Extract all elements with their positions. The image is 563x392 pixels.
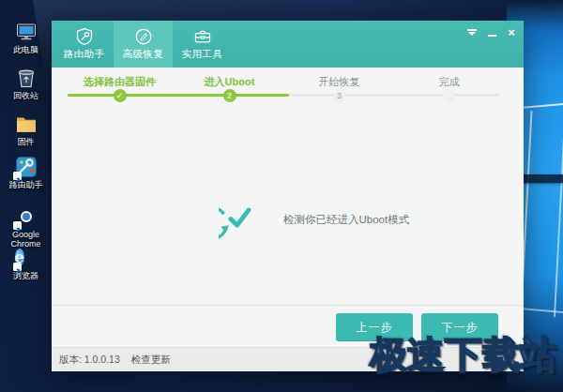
- step-label: 完成: [394, 75, 504, 88]
- desktop-icon-label: 回收站: [3, 91, 50, 100]
- step-number-dot: 2: [223, 89, 236, 102]
- desktop-icon-google-chrome[interactable]: Google Chrome: [2, 205, 50, 249]
- folder-icon: [15, 113, 38, 135]
- step-start-recovery: 开始恢复 3: [284, 75, 394, 88]
- browser-e-icon: e: [15, 247, 38, 269]
- site-watermark: 极速下载站: [370, 329, 557, 381]
- toolbox-icon: [193, 27, 212, 46]
- status-message: 检测你已经进入Uboot模式: [283, 213, 409, 227]
- step-finish: 完成: [394, 75, 504, 88]
- tab-bar: 路由助手 高级恢复 实用工具: [54, 21, 232, 68]
- step-label: 开始恢复: [284, 75, 394, 88]
- logo-pane-edge: [554, 101, 563, 317]
- desktop-root: 此电脑 回收站 固件 路由助手: [0, 0, 563, 392]
- step-enter-uboot: 进入Uboot 2: [175, 75, 284, 88]
- check-update-link[interactable]: 检查更新: [131, 354, 171, 367]
- version-text: 版本: 1.0.0.13: [59, 354, 120, 367]
- shield-wrench-icon: [75, 27, 94, 46]
- step-label: 进入Uboot: [175, 75, 284, 88]
- logo-pane-edge: [520, 308, 563, 313]
- shortcut-arrow-overlay: [13, 172, 22, 180]
- desktop-icon-label: 浏览器: [3, 271, 50, 280]
- router-assistant-app-icon: [15, 156, 38, 178]
- tab-label: 高级恢复: [123, 48, 164, 61]
- step-number-dot: [443, 89, 456, 102]
- shortcut-arrow-overlay: [13, 221, 22, 230]
- tab-utilities[interactable]: 实用工具: [173, 21, 232, 68]
- tab-advanced-recovery[interactable]: 高级恢复: [114, 21, 173, 68]
- router-tool-window: 路由助手 高级恢复 实用工具 ×: [52, 21, 524, 371]
- chrome-icon: [15, 205, 38, 228]
- step-label: 选择路由器固件: [65, 75, 175, 88]
- desktop-icon-label: 路由助手: [3, 180, 50, 189]
- tab-label: 路由助手: [64, 48, 105, 61]
- recycle-bin-icon: [15, 67, 38, 89]
- desktop-icon-label: 此电脑: [3, 45, 50, 54]
- desktop-icon-label: 固件: [3, 137, 50, 146]
- window-controls: ×: [465, 26, 518, 38]
- uboot-detected-check-icon: [219, 198, 260, 239]
- desktop-icon-firmware-folder[interactable]: 固件: [2, 113, 50, 146]
- desktop-icon-router-assistant[interactable]: 路由助手: [2, 156, 50, 189]
- desktop-icon-browser[interactable]: e 浏览器: [2, 247, 50, 280]
- step-check-dot: ✓: [114, 89, 127, 102]
- wizard-steps: 选择路由器固件 ✓ 进入Uboot 2 开始恢复 3 完成: [65, 75, 504, 114]
- step-number-dot: 3: [333, 89, 346, 102]
- desktop-icon-recycle-bin[interactable]: 回收站: [2, 67, 50, 100]
- logo-pane-edge: [520, 103, 563, 109]
- step-progress-fill: [68, 94, 289, 97]
- step-select-firmware: 选择路由器固件 ✓: [65, 75, 175, 88]
- step-progress-track: [68, 94, 500, 97]
- content-divider: [52, 305, 524, 306]
- desktop-icon-label: Google Chrome: [3, 230, 50, 249]
- tab-label: 实用工具: [182, 48, 223, 61]
- minimize-icon[interactable]: [485, 26, 498, 38]
- shortcut-arrow-overlay: [13, 263, 22, 271]
- this-pc-icon: [15, 21, 38, 43]
- desktop-icons: 此电脑 回收站 固件 路由助手: [0, 0, 52, 392]
- close-icon[interactable]: ×: [505, 26, 518, 38]
- menu-icon[interactable]: [465, 26, 479, 38]
- recovery-brush-icon: [134, 27, 153, 46]
- desktop-icon-this-pc[interactable]: 此电脑: [2, 21, 50, 54]
- window-header: 路由助手 高级恢复 实用工具 ×: [52, 21, 524, 68]
- tab-router-assistant[interactable]: 路由助手: [54, 21, 114, 68]
